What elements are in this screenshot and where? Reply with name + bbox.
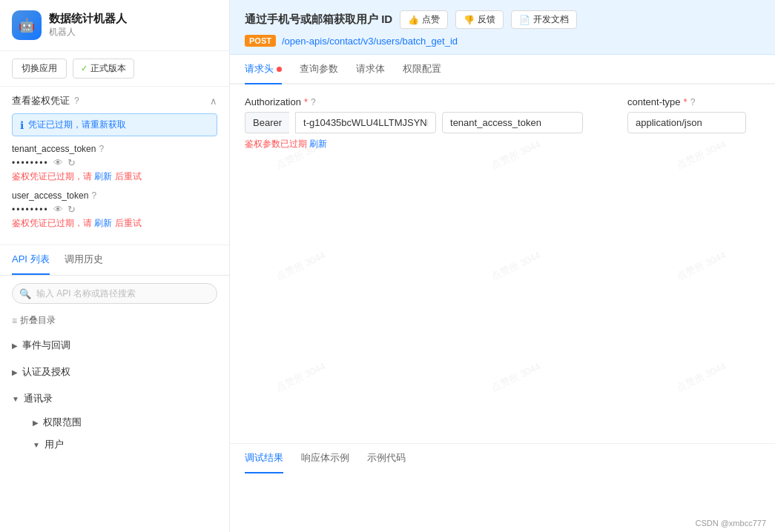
api-subgroup-scope[interactable]: ▶ 权限范围 xyxy=(21,411,229,433)
api-group-contacts-label: 通讯录 xyxy=(24,392,53,405)
fold-menu-label: 折叠目录 xyxy=(20,314,56,327)
main-header: 通过手机号或邮箱获取用户 ID 👍 点赞 👎 反馈 📄 开发文档 POST /o… xyxy=(230,0,775,55)
endpoint-path: /open-apis/contact/v3/users/batch_get_id xyxy=(282,36,458,47)
tenant-token-dots: •••••••• xyxy=(12,158,49,168)
tenant-token-show-icon[interactable]: 👁 xyxy=(53,157,63,168)
api-group-events: ▶ 事件与回调 xyxy=(0,333,229,358)
tab-example-code[interactable]: 示例代码 xyxy=(367,444,406,473)
user-token-help-icon[interactable]: ? xyxy=(91,190,96,201)
app-icon: 🤖 xyxy=(12,10,42,40)
api-group-events-header[interactable]: ▶ 事件与回调 xyxy=(0,333,229,358)
api-group-contacts-header[interactable]: ▼ 通讯录 xyxy=(0,386,229,411)
chevron-down-icon-2: ▼ xyxy=(33,441,40,449)
version-button[interactable]: ✓ 正式版本 xyxy=(73,59,134,79)
bottom-tabs-bar: 调试结果 响应体示例 示例代码 xyxy=(230,443,775,473)
user-token-show-icon[interactable]: 👁 xyxy=(53,204,63,215)
auth-help-icon[interactable]: ? xyxy=(311,97,316,107)
user-token-dots: •••••••• xyxy=(12,205,49,215)
tab-api-list[interactable]: API 列表 xyxy=(12,245,50,275)
sidebar: 🤖 数据统计机器人 机器人 切换应用 ✓ 正式版本 查看鉴权凭证 ? ∧ ℹ 凭… xyxy=(0,0,230,532)
docs-label: 开发文档 xyxy=(533,13,569,26)
collapse-icon[interactable]: ∧ xyxy=(210,96,217,107)
fold-menu[interactable]: ≡ 折叠目录 xyxy=(0,311,229,330)
user-refresh-link[interactable]: 刷新 xyxy=(94,218,112,228)
api-list: ▶ 事件与回调 ▶ 认证及授权 ▼ 通讯录 ▶ 权限范围 ▼ xyxy=(0,330,229,532)
header-field-row: Authorization * ? Bearer 鉴权参数已过期 刷新 cont… xyxy=(245,96,760,150)
request-body-area: Authorization * ? Bearer 鉴权参数已过期 刷新 cont… xyxy=(230,84,775,443)
api-group-contacts: ▼ 通讯录 ▶ 权限范围 ▼ 用户 xyxy=(0,386,229,456)
content-type-input[interactable] xyxy=(627,112,746,133)
user-token-refresh-icon[interactable]: ↻ xyxy=(67,204,76,215)
tab-debug-result[interactable]: 调试结果 xyxy=(245,444,283,473)
tenant-refresh-link[interactable]: 刷新 xyxy=(94,171,112,182)
docs-button[interactable]: 📄 开发文档 xyxy=(511,10,577,29)
feedback-label: 反馈 xyxy=(478,13,495,26)
token-value-input[interactable] xyxy=(295,112,436,133)
content-type-label: content-type * ? xyxy=(627,96,775,107)
app-info: 数据统计机器人 机器人 xyxy=(49,12,127,39)
user-token-value-row: •••••••• 👁 ↻ xyxy=(12,204,217,215)
api-subgroup-users-label: 用户 xyxy=(44,438,64,451)
tab-request-body[interactable]: 请求体 xyxy=(356,55,385,84)
refresh-link[interactable]: 刷新 xyxy=(309,139,327,149)
checkmark-icon: ✓ xyxy=(81,64,88,73)
expired-notice: 鉴权参数已过期 刷新 xyxy=(245,138,583,150)
api-group-auth: ▶ 认证及授权 xyxy=(0,359,229,385)
tab-response-example[interactable]: 响应体示例 xyxy=(301,444,349,473)
search-box: 🔍 xyxy=(12,283,217,304)
api-group-contacts-content: ▶ 权限范围 ▼ 用户 xyxy=(0,411,229,456)
auth-field-label: Authorization * ? xyxy=(245,96,583,107)
content-type-field: content-type * ? xyxy=(627,96,775,133)
api-group-events-label: 事件与回调 xyxy=(22,339,70,352)
help-icon[interactable]: ? xyxy=(74,96,79,106)
chevron-right-icon-3: ▶ xyxy=(33,419,39,427)
ct-required-star: * xyxy=(684,96,687,107)
auth-label: 查看鉴权凭证 xyxy=(12,94,70,107)
auth-notice: ℹ 凭证已过期，请重新获取 xyxy=(12,113,217,136)
tab-permission-config[interactable]: 权限配置 xyxy=(403,55,441,84)
ct-help-icon[interactable]: ? xyxy=(690,97,696,107)
footer-text: CSDN @xmbcc777 xyxy=(695,519,766,528)
tab-query-params[interactable]: 查询参数 xyxy=(300,55,338,84)
app-title: 数据统计机器人 xyxy=(49,12,127,26)
auth-field: Authorization * ? Bearer 鉴权参数已过期 刷新 xyxy=(245,96,583,150)
api-subgroup-scope-label: 权限范围 xyxy=(43,416,82,429)
tenant-token-help-icon[interactable]: ? xyxy=(99,144,104,154)
app-icon-text: 🤖 xyxy=(19,17,35,33)
tenant-token-refresh-icon[interactable]: ↻ xyxy=(67,157,76,168)
expired-text: 鉴权参数已过期 xyxy=(245,139,307,149)
chevron-right-icon: ▶ xyxy=(12,342,18,350)
api-group-auth-header[interactable]: ▶ 认证及授权 xyxy=(0,359,229,385)
api-endpoint-row: POST /open-apis/contact/v3/users/batch_g… xyxy=(245,35,760,47)
feedback-button[interactable]: 👎 反馈 xyxy=(455,10,504,29)
like-button[interactable]: 👍 点赞 xyxy=(400,10,448,29)
search-input[interactable] xyxy=(12,283,217,304)
switch-app-button[interactable]: 切换应用 xyxy=(12,59,67,79)
chevron-down-icon: ▼ xyxy=(12,395,19,403)
auth-section: 查看鉴权凭证 ? ∧ ℹ 凭证已过期，请重新获取 tenant_access_t… xyxy=(0,87,229,245)
api-subgroup-users[interactable]: ▼ 用户 xyxy=(21,433,229,456)
sidebar-tabs: API 列表 调用历史 xyxy=(0,245,229,276)
request-tabs: 请求头 查询参数 请求体 权限配置 xyxy=(230,55,775,84)
tab-call-history[interactable]: 调用历史 xyxy=(65,245,103,275)
user-token-label: user_access_token ? xyxy=(12,190,217,201)
docs-icon: 📄 xyxy=(519,15,530,25)
like-label: 点赞 xyxy=(422,13,440,26)
api-title: 通过手机号或邮箱获取用户 ID xyxy=(245,13,392,27)
api-group-auth-label: 认证及授权 xyxy=(22,365,70,379)
token-type-input[interactable] xyxy=(442,112,583,133)
main-content: 点赞所 3044 点赞所 3044 点赞所 3044 点赞所 3044 点赞所 … xyxy=(230,0,775,532)
auth-required-star: * xyxy=(304,96,308,107)
chevron-right-icon-2: ▶ xyxy=(12,368,18,376)
sidebar-controls: 切换应用 ✓ 正式版本 xyxy=(0,51,229,87)
tenant-token-label: tenant_access_token ? xyxy=(12,144,217,154)
tenant-token-expired: 鉴权凭证已过期，请 刷新 后重试 xyxy=(12,170,217,183)
auth-inputs: Bearer xyxy=(245,112,583,133)
user-token-block: user_access_token ? •••••••• 👁 ↻ 鉴权凭证已过期… xyxy=(12,190,217,230)
tenant-token-value-row: •••••••• 👁 ↻ xyxy=(12,157,217,168)
app-subtitle: 机器人 xyxy=(49,26,127,39)
bearer-prefix: Bearer xyxy=(245,112,289,133)
tab-request-header[interactable]: 请求头 xyxy=(245,55,282,84)
footer-bar: CSDN @xmbcc777 xyxy=(686,514,775,532)
thumbs-up-icon: 👍 xyxy=(408,15,419,25)
